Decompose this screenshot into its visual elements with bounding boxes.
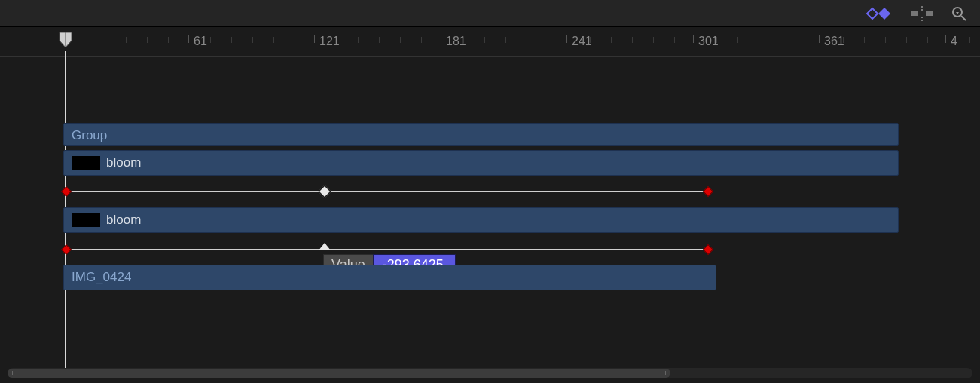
svg-rect-3 xyxy=(926,11,933,16)
horizontal-scrollbar[interactable] xyxy=(8,368,972,378)
ruler-minor-tick xyxy=(400,37,401,43)
ruler-minor-tick xyxy=(843,37,844,43)
ruler-minor-tick xyxy=(168,37,169,43)
track-label: bloom xyxy=(72,155,141,170)
ruler-minor-tick xyxy=(337,37,337,43)
ruler-minor-tick xyxy=(147,37,148,43)
svg-marker-8 xyxy=(956,12,959,14)
ruler-label: 4 xyxy=(951,35,957,48)
keyframe-tool-icon[interactable] xyxy=(866,7,893,20)
ruler-minor-tick xyxy=(463,37,464,43)
track-name: bloom xyxy=(106,213,141,228)
keyframe-diamond[interactable] xyxy=(319,185,331,198)
ruler-major-tick xyxy=(819,35,820,43)
ruler-minor-tick xyxy=(906,37,907,43)
ruler-minor-tick xyxy=(969,37,970,43)
ruler-minor-tick xyxy=(252,37,253,43)
ripple-tool-icon[interactable] xyxy=(911,6,933,21)
ruler-label: 361 xyxy=(824,35,844,48)
ruler-minor-tick xyxy=(505,37,506,43)
svg-marker-0 xyxy=(867,8,878,19)
svg-line-7 xyxy=(961,16,966,20)
ruler-minor-tick xyxy=(716,37,717,43)
clip-thumbnail xyxy=(72,213,100,227)
search-icon[interactable] xyxy=(951,6,966,21)
ruler-minor-tick xyxy=(527,37,527,43)
ruler-major-tick xyxy=(441,35,441,43)
ruler-minor-tick xyxy=(590,37,591,43)
svg-marker-1 xyxy=(878,8,890,20)
clip-thumbnail xyxy=(72,156,100,170)
ruler-minor-tick xyxy=(63,37,63,43)
ruler-label: 241 xyxy=(572,35,592,48)
ruler-minor-tick xyxy=(295,37,295,43)
ruler-minor-tick xyxy=(674,37,675,43)
ruler-minor-tick xyxy=(84,37,84,43)
ruler-major-tick xyxy=(945,35,946,43)
ruler-minor-tick xyxy=(358,37,359,43)
keyframe-end-marker[interactable] xyxy=(703,244,713,255)
keyframe-line-1[interactable] xyxy=(66,191,708,192)
ruler-minor-tick xyxy=(780,37,780,43)
ruler-major-tick xyxy=(188,35,189,43)
keyframe-start-marker[interactable] xyxy=(61,186,72,197)
ruler-minor-tick xyxy=(801,37,801,43)
ruler-minor-tick xyxy=(632,37,633,43)
playhead-marker[interactable] xyxy=(59,32,72,51)
ruler-minor-tick xyxy=(885,37,886,43)
track-name: bloom xyxy=(106,155,141,170)
keyframe-end-marker[interactable] xyxy=(703,186,713,197)
ruler-major-tick xyxy=(693,35,694,43)
track-area: Group bloom bloom Value -293.6425 IMG_04… xyxy=(0,57,980,383)
ruler-minor-tick xyxy=(737,37,738,43)
scrollbar-thumb[interactable] xyxy=(8,369,670,378)
ruler-label: 61 xyxy=(194,35,207,48)
track-row-image[interactable]: IMG_0424 xyxy=(63,265,716,290)
svg-rect-2 xyxy=(911,11,918,16)
ruler-minor-tick xyxy=(379,37,380,43)
keyframe-line-2[interactable] xyxy=(66,249,708,250)
ruler-minor-tick xyxy=(548,37,548,43)
ruler-minor-tick xyxy=(864,37,865,43)
ruler-minor-tick xyxy=(484,37,485,43)
ruler-minor-tick xyxy=(611,37,612,43)
ruler-label: 301 xyxy=(698,35,719,48)
ruler-major-tick xyxy=(566,35,567,43)
track-row-bloom-1[interactable]: bloom xyxy=(63,150,899,176)
toolbar xyxy=(0,0,980,27)
ruler-minor-tick xyxy=(210,37,211,43)
track-row-bloom-2[interactable]: bloom xyxy=(63,207,899,233)
timeline-ruler[interactable]: 611211812413013614 xyxy=(0,28,980,57)
ruler-minor-tick xyxy=(927,37,928,43)
ruler-minor-tick xyxy=(421,37,422,43)
keyframe-start-marker[interactable] xyxy=(61,244,72,255)
ruler-minor-tick xyxy=(759,37,759,43)
group-bar[interactable]: Group xyxy=(63,123,899,146)
group-label: Group xyxy=(72,128,107,143)
track-label: IMG_0424 xyxy=(72,270,131,285)
ruler-minor-tick xyxy=(231,37,232,43)
ruler-minor-tick xyxy=(273,37,274,43)
keyframe-selected-icon[interactable] xyxy=(319,243,331,250)
ruler-minor-tick xyxy=(105,37,105,43)
ruler-minor-tick xyxy=(126,37,127,43)
ruler-minor-tick xyxy=(653,37,654,43)
track-label: bloom xyxy=(72,213,141,228)
ruler-major-tick xyxy=(314,35,315,43)
